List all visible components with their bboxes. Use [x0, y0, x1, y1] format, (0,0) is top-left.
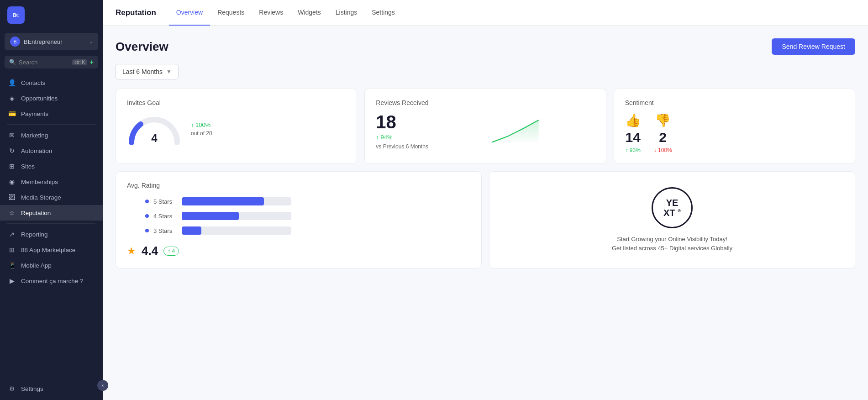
sentiment-negative-count: 2 — [659, 130, 667, 145]
sidebar-label-mobile-app: Mobile App — [21, 262, 52, 269]
main-content: Reputation Overview Requests Reviews Wid… — [103, 0, 868, 400]
avg-score: 4.4 — [142, 244, 158, 258]
sidebar-label-opportunities: Opportunities — [21, 95, 58, 102]
sidebar-item-contacts[interactable]: 👤 Contacts — [0, 75, 103, 90]
tab-overview[interactable]: Overview — [169, 0, 210, 26]
sidebar-item-marketing[interactable]: ✉ Marketing — [0, 127, 103, 143]
reviews-content: 18 ↑ 94% vs Previous 6 Months — [376, 113, 594, 150]
search-bar[interactable]: 🔍 Search ctrl K + — [5, 56, 98, 68]
invites-meta: ↑ 100% out of 20 — [191, 121, 212, 137]
sidebar-item-memberships[interactable]: ◉ Memberships — [0, 174, 103, 189]
sidebar-item-media-storage[interactable]: 🖼 Media Storage — [0, 189, 103, 205]
sidebar-label-payments: Payments — [21, 111, 48, 117]
sentiment-negative-pct: ↓ 100% — [654, 147, 672, 153]
bar-label-4: 4 Stars — [153, 213, 177, 220]
sidebar-label-contacts: Contacts — [21, 79, 45, 86]
rating-bar-5: 5 Stars — [145, 197, 470, 205]
reviews-received-title: Reviews Received — [376, 99, 594, 106]
content-header: Overview Send Review Request — [116, 38, 855, 55]
rating-bar-4: 4 Stars — [145, 212, 470, 220]
plus-icon[interactable]: + — [90, 58, 94, 66]
invites-goal-card: Invites Goal 4 ↑ 100% out of 20 — [116, 89, 357, 164]
bar-dot-3 — [145, 229, 149, 232]
search-shortcut: ctrl K — [72, 59, 87, 65]
sidebar-label-app-marketplace: 88 App Marketplace — [21, 247, 75, 253]
sentiment-negative: 👎 2 ↓ 100% — [654, 113, 672, 153]
tab-widgets[interactable]: Widgets — [290, 0, 328, 26]
thumbs-down-icon: 👎 — [655, 113, 671, 128]
yext-logo-text: YE XT ® — [663, 198, 681, 218]
rating-bars: 5 Stars 4 Stars 3 Stars — [145, 197, 470, 235]
bar-fill-4 — [182, 212, 239, 220]
sidebar-item-sites[interactable]: ⊞ Sites — [0, 158, 103, 174]
sidebar-item-settings[interactable]: ⚙ Settings — [0, 381, 103, 396]
sidebar-item-reporting[interactable]: ↗ Reporting — [0, 226, 103, 242]
sidebar-label-reporting: Reporting — [21, 231, 48, 238]
gauge-container: 4 — [127, 113, 182, 145]
sidebar-item-opportunities[interactable]: ◈ Opportunities — [0, 90, 103, 106]
invites-number: 4 — [151, 132, 157, 145]
avg-badge-label: ↑ 4 — [168, 248, 175, 254]
avg-rating-title: Avg. Rating — [127, 182, 470, 189]
sentiment-positive-pct: ↑ 93% — [625, 147, 640, 153]
tab-requests[interactable]: Requests — [210, 0, 252, 26]
date-filter: Last 6 Months ▼ — [116, 64, 855, 79]
sidebar-item-comment[interactable]: ▶ Comment ça marche ? — [0, 273, 103, 289]
sidebar-item-app-marketplace[interactable]: ⊞ 88 App Marketplace — [0, 242, 103, 258]
star-icon: ★ — [127, 245, 136, 257]
invites-content: 4 ↑ 100% out of 20 — [127, 113, 346, 145]
content-area: Overview Send Review Request Last 6 Mont… — [103, 26, 868, 400]
avg-badge: ↑ 4 — [163, 247, 179, 256]
tab-listings[interactable]: Listings — [328, 0, 364, 26]
page-title: Overview — [116, 40, 168, 54]
tab-reviews[interactable]: Reviews — [252, 0, 290, 26]
avatar: B — [10, 37, 20, 47]
app-marketplace-icon: ⊞ — [7, 246, 16, 253]
sentiment-title: Sentiment — [625, 99, 844, 106]
stats-row: Invites Goal 4 ↑ 100% out of 20 — [116, 89, 855, 164]
mobile-app-icon: 📱 — [7, 262, 16, 269]
sidebar-item-automation[interactable]: ↻ Automation — [0, 143, 103, 158]
sentiment-card: Sentiment 👍 14 ↑ 93% 👎 2 ↓ 100% — [614, 89, 855, 164]
sidebar-item-payments[interactable]: 💳 Payments — [0, 106, 103, 121]
tab-settings[interactable]: Settings — [364, 0, 402, 26]
sidebar-item-reputation[interactable]: ☆ Reputation — [0, 205, 103, 221]
sites-icon: ⊞ — [7, 163, 16, 170]
reviews-number: 18 — [376, 113, 428, 131]
sidebar-label-comment: Comment ça marche ? — [21, 278, 84, 284]
bottom-row: Avg. Rating 5 Stars 4 Stars — [116, 171, 855, 268]
sidebar-collapse-button[interactable]: ‹ — [97, 380, 108, 391]
app-logo: BE — [7, 6, 25, 24]
send-review-button[interactable]: Send Review Request — [772, 38, 855, 55]
sidebar-label-memberships: Memberships — [21, 179, 58, 185]
chevron-down-icon: ⌄ — [89, 39, 93, 44]
reporting-icon: ↗ — [7, 231, 16, 238]
marketing-icon: ✉ — [7, 132, 16, 139]
chevron-down-icon: ▼ — [166, 68, 172, 75]
comment-icon: ▶ — [7, 277, 16, 284]
automation-icon: ↻ — [7, 147, 16, 154]
invites-out-of: out of 20 — [191, 130, 212, 137]
account-selector[interactable]: B BEntrepreneur ⌄ — [5, 33, 98, 50]
reviews-line-chart — [436, 117, 595, 144]
bar-fill-3 — [182, 226, 201, 235]
reviews-chart — [436, 117, 595, 146]
yext-card: YE XT ® Start Growing your Online Visibi… — [489, 171, 855, 268]
bar-track-4 — [182, 212, 291, 220]
settings-icon: ⚙ — [7, 385, 16, 392]
rating-bar-3: 3 Stars — [145, 226, 470, 235]
search-placeholder: Search — [19, 59, 37, 66]
invites-goal-title: Invites Goal — [127, 99, 346, 106]
media-storage-icon: 🖼 — [7, 194, 16, 201]
bar-dot-5 — [145, 200, 149, 203]
sentiment-content: 👍 14 ↑ 93% 👎 2 ↓ 100% — [625, 113, 844, 153]
rating-footer: ★ 4.4 ↑ 4 — [127, 244, 470, 258]
yext-description: Start Growing your Online Visibility Tod… — [612, 235, 732, 253]
bar-label-5: 5 Stars — [153, 198, 177, 205]
sidebar-label-reputation: Reputation — [21, 210, 51, 216]
sidebar-item-mobile-app[interactable]: 📱 Mobile App — [0, 258, 103, 273]
sidebar-label-sites: Sites — [21, 163, 35, 170]
date-range-label: Last 6 Months — [122, 68, 163, 75]
date-range-dropdown[interactable]: Last 6 Months ▼ — [116, 64, 179, 79]
reputation-icon: ☆ — [7, 209, 16, 216]
